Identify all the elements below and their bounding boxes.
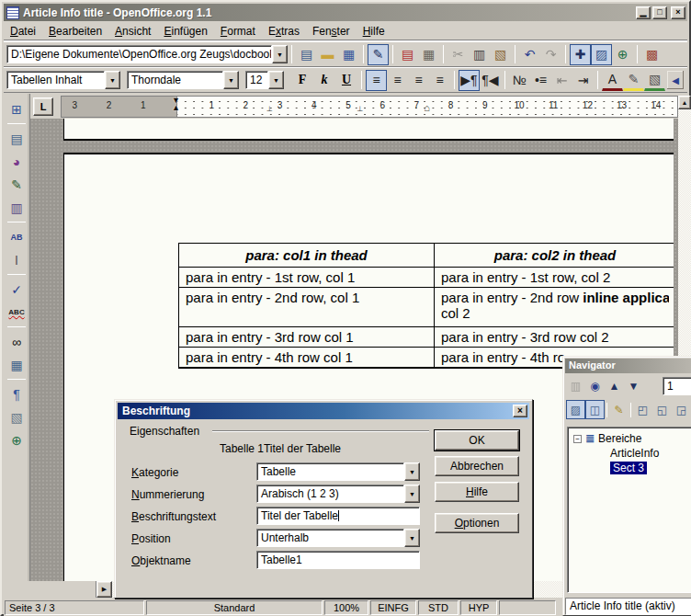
kategorie-dropdown-button[interactable]: ▼	[404, 462, 420, 481]
new-document-icon[interactable]: ▤	[296, 44, 317, 65]
previous-page-icon[interactable]: ▲	[605, 376, 624, 395]
autotext-icon[interactable]: AB	[6, 226, 28, 247]
edit-file-icon[interactable]: ✎	[368, 44, 389, 65]
nummerierung-value[interactable]: Arabisch (1 2 3)	[256, 485, 404, 503]
numbered-list-icon[interactable]: №	[509, 70, 530, 91]
page-number-spinbox[interactable]: 1	[663, 377, 691, 395]
tree-item-label[interactable]: ArticleInfo	[610, 447, 659, 460]
align-right-icon[interactable]: ≡	[408, 70, 429, 91]
hilfe-button[interactable]: Hilfe	[435, 482, 519, 502]
tab-type-selector[interactable]: L	[33, 97, 53, 116]
paragraph-style-value[interactable]: Tabellen Inhalt	[6, 71, 105, 89]
url-dropdown-button[interactable]: ▼	[272, 45, 288, 63]
indent-marker-icon[interactable]: ⌂	[424, 102, 430, 113]
nummerierung-dropdown-button[interactable]: ▼	[404, 485, 420, 503]
insert-fields-icon[interactable]: ▤	[6, 128, 28, 149]
menu-format[interactable]: Format	[214, 23, 262, 40]
toolbar-collapse-button[interactable]: ◀	[666, 70, 685, 90]
page-status[interactable]: Seite 3 / 3	[5, 600, 144, 615]
insert-table-icon[interactable]: ⊞	[6, 98, 28, 120]
header-icon[interactable]: ◰	[633, 400, 652, 419]
position-combobox[interactable]: Unterhalb ▼	[256, 529, 420, 547]
font-size-combobox[interactable]: 12 ▼	[245, 71, 284, 89]
url-combobox[interactable]: D:\Eigene Dokumente\OpenOffice.org Zeugs…	[6, 45, 288, 63]
bullet-list-icon[interactable]: •≡	[530, 70, 551, 91]
nummerierung-combobox[interactable]: Arabisch (1 2 3) ▼	[256, 485, 420, 503]
navigation-icon[interactable]: ◉	[585, 376, 605, 395]
hyperlink-mode-status[interactable]: HYP	[460, 600, 497, 615]
auto-spellcheck-icon[interactable]: ABC	[6, 302, 28, 323]
dialog-title-bar[interactable]: Beschriftung ×	[118, 403, 529, 419]
stylist-icon[interactable]: ▨	[591, 44, 612, 65]
align-center-icon[interactable]: ≡	[387, 70, 408, 91]
increase-indent-icon[interactable]: ⇥	[572, 70, 594, 91]
minimize-button[interactable]: ▁	[636, 6, 651, 19]
export-pdf-icon[interactable]: ▤	[397, 44, 418, 65]
scroll-right-button[interactable]: ▶	[96, 581, 112, 598]
insert-object-icon[interactable]: ◕	[6, 151, 28, 172]
size-dropdown-button[interactable]: ▼	[268, 71, 284, 89]
spellcheck-icon[interactable]: ✓	[6, 279, 28, 300]
menu-hilfe[interactable]: Hilfe	[357, 23, 391, 40]
optionen-button[interactable]: Optionen	[435, 513, 519, 533]
menu-bearbeiten[interactable]: Bearbeiten	[42, 23, 108, 40]
menu-datei[interactable]: Datei	[4, 23, 42, 40]
footer-icon[interactable]: ◱	[652, 400, 672, 419]
tree-item-label-selected[interactable]: Sect 3	[610, 462, 647, 474]
page-style-status[interactable]: Standard	[146, 600, 323, 615]
draw-functions-icon[interactable]: ✎	[6, 174, 28, 195]
paste-icon[interactable]: ▧	[490, 44, 511, 65]
drag-mode-icon[interactable]: ▨	[566, 400, 585, 419]
align-justify-icon[interactable]: ≡	[429, 70, 450, 91]
gallery-icon[interactable]: ▩	[641, 44, 663, 65]
table-cell[interactable]: para in entry - 3rd row col 1	[179, 327, 435, 347]
close-button[interactable]: ×	[671, 6, 685, 19]
font-name-combobox[interactable]: Thorndale ▼	[127, 71, 239, 89]
table-cell[interactable]: para in entry - 2nd row inline applicati…	[435, 288, 674, 326]
font-name-value[interactable]: Thorndale	[127, 71, 223, 89]
beschriftungstext-input[interactable]: Titel der Tabelle	[256, 507, 420, 525]
next-page-icon[interactable]: ▼	[624, 376, 643, 395]
open-folder-icon[interactable]: ▬	[317, 44, 338, 65]
online-layout-icon[interactable]: ⊕	[6, 429, 28, 451]
abbrechen-button[interactable]: Abbrechen	[435, 456, 519, 476]
insert-mode-status[interactable]: EINFG	[370, 600, 416, 615]
zoom-status[interactable]: 100%	[324, 600, 368, 615]
kategorie-combobox[interactable]: Tabelle ▼	[256, 462, 420, 481]
set-reminder-icon[interactable]: ✎	[609, 400, 629, 419]
title-bar[interactable]: Article Info title - OpenOffice.org 1.1 …	[4, 4, 687, 21]
table-cell[interactable]: para in entry - 1st row, col 1	[179, 268, 435, 287]
form-functions-icon[interactable]: ▥	[6, 197, 28, 218]
navigator-icon[interactable]: ✚	[570, 44, 591, 65]
table-cell[interactable]: para in entry - 1st row, col 2	[435, 268, 674, 287]
table-cell[interactable]: para in entry - 3rd row col 2	[435, 327, 674, 347]
save-icon[interactable]: ▦	[338, 44, 359, 65]
horizontal-ruler[interactable]: 3211234567891011121314⊥⊥⌂	[61, 96, 678, 118]
graphics-onoff-icon[interactable]: ▧	[6, 406, 28, 428]
position-value[interactable]: Unterhalb	[256, 529, 404, 547]
bold-button[interactable]: F	[291, 70, 313, 90]
rtl-icon[interactable]: ¶◀	[480, 70, 501, 91]
font-color-icon[interactable]: A	[602, 70, 623, 91]
dialog-close-button[interactable]: ×	[513, 405, 527, 417]
italic-button[interactable]: k	[313, 70, 335, 90]
find-replace-icon[interactable]: ∞	[6, 331, 28, 352]
background-color-icon[interactable]: ▧	[644, 70, 665, 91]
maximize-button[interactable]: □	[652, 6, 667, 19]
scroll-up-button[interactable]: ▲	[678, 96, 691, 109]
kategorie-value[interactable]: Tabelle	[256, 462, 404, 481]
menu-einfuegen[interactable]: Einfügen	[157, 23, 213, 40]
data-sources-icon[interactable]: ▦	[6, 354, 28, 375]
tree-expander-icon[interactable]: −	[573, 435, 582, 443]
table-cell[interactable]: para in entry - 4th row col 1	[179, 348, 435, 367]
tree-item-bereiche[interactable]: − ≣ Bereiche	[572, 431, 691, 446]
table-cell[interactable]: para in entry - 2nd row, col 1	[179, 288, 435, 326]
position-dropdown-button[interactable]: ▼	[404, 529, 420, 547]
page-number-input[interactable]: 1	[663, 377, 691, 395]
menu-extras[interactable]: Extras	[262, 23, 306, 40]
ok-button[interactable]: OK	[435, 430, 519, 451]
highlight-icon[interactable]: ✎	[623, 70, 644, 91]
hyperlink-icon[interactable]: ⊕	[612, 44, 633, 65]
print-file-icon[interactable]: ▦	[418, 44, 439, 65]
direct-cursor-icon[interactable]: I	[6, 249, 28, 270]
